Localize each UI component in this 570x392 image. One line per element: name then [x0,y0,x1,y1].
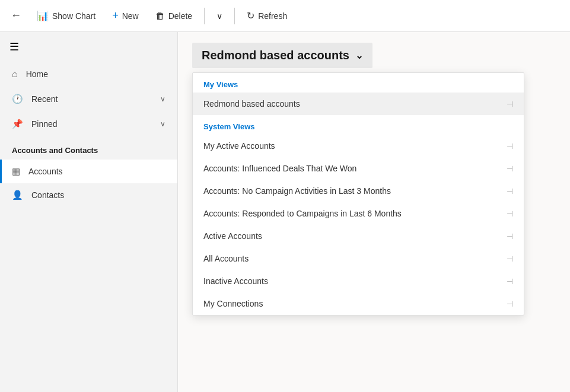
back-icon: ← [11,9,21,21]
hamburger-menu-button[interactable]: ☰ [0,32,177,62]
home-icon: ⌂ [12,69,18,79]
clock-icon: 🕐 [12,94,23,104]
show-chart-icon: 📊 [37,10,49,21]
dropdown-item-redmond-label: Redmond based accounts [203,99,502,109]
dropdown-item-my-connections-label: My Connections [203,299,502,308]
view-header: Redmond based accounts ⌄ [178,32,570,77]
dropdown-item-my-connections[interactable]: My Connections ⊣ [193,292,524,315]
my-views-section-title: My Views [193,73,524,93]
delete-label: Delete [168,11,192,21]
pin-influenced-deals-icon[interactable]: ⊣ [507,164,513,173]
back-button[interactable]: ← [5,6,27,26]
show-chart-label: Show Chart [52,11,95,21]
dropdown-item-influenced-deals[interactable]: Accounts: Influenced Deals That We Won ⊣ [193,157,524,180]
refresh-label: Refresh [258,11,287,21]
dropdown-item-active-accounts[interactable]: Active Accounts ⊣ [193,225,524,247]
dropdown-item-inactive-accounts-label: Inactive Accounts [203,276,502,286]
pin-view-icon[interactable]: ⊣ [507,100,513,109]
sidebar-item-contacts-label: Contacts [31,190,64,200]
dropdown-item-active-accounts-label: Active Accounts [203,231,502,241]
dropdown-item-influenced-deals-label: Accounts: Influenced Deals That We Won [203,164,502,173]
pin-icon: 📌 [12,119,23,129]
sidebar-item-home-label: Home [26,69,165,79]
chevron-down-button[interactable]: ∨ [209,8,230,24]
hamburger-icon: ☰ [9,41,19,53]
view-selector-chevron-icon: ⌄ [355,50,363,61]
content-area: Redmond based accounts ⌄ My Views Redmon… [178,32,570,392]
delete-icon: 🗑 [155,11,165,21]
chevron-down-icon: ∨ [216,11,222,21]
pin-all-accounts-icon[interactable]: ⊣ [507,254,513,263]
sidebar: ☰ ⌂ Home 🕐 Recent ∨ 📌 Pinned ∨ Accounts … [0,32,178,392]
pin-active-accounts-icon[interactable]: ⊣ [507,232,513,241]
contacts-icon: 👤 [12,190,23,200]
dropdown-item-all-accounts-label: All Accounts [203,254,502,263]
dropdown-item-my-active-label: My Active Accounts [203,141,502,151]
accounts-contacts-section-title: Accounts and Contacts [0,136,177,160]
sidebar-item-recent-label: Recent [31,94,152,104]
dropdown-item-my-active[interactable]: My Active Accounts ⊣ [193,135,524,157]
chevron-right-icon-2: ∨ [160,120,165,128]
toolbar-divider-2 [234,8,235,24]
main-layout: ☰ ⌂ Home 🕐 Recent ∨ 📌 Pinned ∨ Accounts … [0,32,570,392]
show-chart-button[interactable]: 📊 Show Chart [30,7,103,25]
pin-my-active-icon[interactable]: ⊣ [507,142,513,151]
sidebar-item-contacts[interactable]: 👤 Contacts [0,183,177,207]
sidebar-item-pinned-label: Pinned [31,119,152,129]
toolbar: ← 📊 Show Chart + New 🗑 Delete ∨ ↻ Refres… [0,0,570,32]
chevron-right-icon: ∨ [160,95,165,103]
sidebar-item-accounts[interactable]: ▦ Accounts [0,160,177,183]
refresh-icon: ↻ [247,10,254,21]
pin-responded-campaigns-icon[interactable]: ⊣ [507,209,513,218]
dropdown-item-no-campaign[interactable]: Accounts: No Campaign Activities in Last… [193,180,524,202]
sidebar-item-accounts-label: Accounts [28,167,63,176]
sidebar-item-home[interactable]: ⌂ Home [0,62,177,87]
pin-inactive-accounts-icon[interactable]: ⊣ [507,277,513,286]
dropdown-item-no-campaign-label: Accounts: No Campaign Activities in Last… [203,186,502,196]
sidebar-item-recent[interactable]: 🕐 Recent ∨ [0,87,177,111]
pin-no-campaign-icon[interactable]: ⊣ [507,187,513,196]
new-icon: + [112,9,119,22]
accounts-icon: ▦ [12,166,20,177]
system-views-section-title: System Views [193,115,524,135]
new-label: New [122,11,139,21]
new-button[interactable]: + New [105,6,146,26]
current-view-label: Redmond based accounts [202,49,349,62]
sidebar-item-pinned[interactable]: 📌 Pinned ∨ [0,111,177,136]
dropdown-item-responded-campaigns-label: Accounts: Responded to Campaigns in Last… [203,209,502,218]
view-dropdown-panel: My Views Redmond based accounts ⊣ System… [192,72,524,315]
view-selector-button[interactable]: Redmond based accounts ⌄ [192,43,372,68]
delete-button[interactable]: 🗑 Delete [148,7,199,25]
dropdown-item-all-accounts[interactable]: All Accounts ⊣ [193,247,524,270]
dropdown-item-responded-campaigns[interactable]: Accounts: Responded to Campaigns in Last… [193,202,524,225]
pin-my-connections-icon[interactable]: ⊣ [507,299,513,308]
dropdown-item-redmond[interactable]: Redmond based accounts ⊣ [193,93,524,115]
dropdown-item-inactive-accounts[interactable]: Inactive Accounts ⊣ [193,270,524,292]
toolbar-divider [204,8,205,24]
refresh-button[interactable]: ↻ Refresh [240,7,294,25]
